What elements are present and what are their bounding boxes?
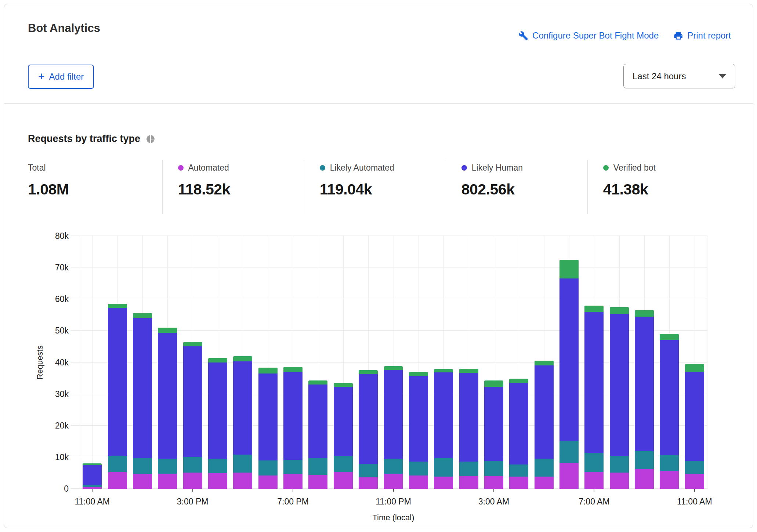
bar-segment-verified-bot[interactable] (183, 342, 202, 346)
bar-segment-automated[interactable] (635, 469, 654, 489)
bar-segment-likely-automated[interactable] (559, 441, 579, 463)
stacked-bar-3:00 AM[interactable] (484, 380, 503, 489)
bar-segment-likely-automated[interactable] (660, 455, 679, 471)
bar-segment-likely-automated[interactable] (384, 459, 403, 474)
bar-segment-verified-bot[interactable] (158, 328, 177, 333)
bar-segment-automated[interactable] (535, 477, 554, 489)
time-range-select[interactable]: Last 24 hours (623, 64, 735, 88)
bar-segment-automated[interactable] (660, 471, 679, 489)
bar-segment-likely-human[interactable] (133, 318, 152, 458)
bar-segment-likely-automated[interactable] (158, 459, 177, 473)
bar-segment-likely-human[interactable] (334, 387, 353, 456)
bar-segment-likely-automated[interactable] (133, 458, 152, 474)
bar-segment-likely-automated[interactable] (685, 461, 704, 474)
bar-segment-likely-human[interactable] (258, 374, 278, 460)
bar-segment-automated[interactable] (283, 474, 303, 489)
stacked-bar-4:00 AM[interactable] (509, 379, 528, 489)
bar-segment-automated[interactable] (334, 472, 353, 489)
bar-segment-verified-bot[interactable] (283, 367, 303, 372)
bar-segment-likely-automated[interactable] (409, 462, 428, 475)
bar-segment-automated[interactable] (258, 475, 278, 489)
bar-segment-verified-bot[interactable] (409, 372, 428, 376)
bar-segment-likely-automated[interactable] (233, 455, 252, 473)
bar-segment-automated[interactable] (108, 472, 127, 489)
bar-segment-likely-human[interactable] (108, 308, 127, 456)
stacked-bar-1:00 PM[interactable] (133, 313, 152, 489)
bar-segment-likely-automated[interactable] (584, 453, 604, 472)
bar-segment-verified-bot[interactable] (308, 380, 327, 384)
bar-segment-verified-bot[interactable] (635, 310, 654, 316)
bar-segment-automated[interactable] (484, 476, 503, 489)
stacked-bar-9:00 AM[interactable] (635, 310, 654, 489)
stacked-bar-12:00 AM[interactable] (409, 372, 428, 489)
bar-segment-likely-human[interactable] (208, 362, 227, 459)
bar-segment-automated[interactable] (183, 473, 202, 489)
stacked-bar-8:00 AM[interactable] (610, 307, 629, 489)
bar-segment-likely-automated[interactable] (108, 456, 127, 472)
bar-segment-likely-human[interactable] (409, 376, 428, 462)
stacked-bar-7:00 AM[interactable] (584, 306, 604, 489)
bar-segment-verified-bot[interactable] (258, 368, 278, 374)
bar-segment-likely-automated[interactable] (183, 457, 202, 473)
stacked-bar-10:00 AM[interactable] (660, 334, 679, 489)
bar-segment-verified-bot[interactable] (384, 366, 403, 370)
stacked-bar-7:00 PM[interactable] (283, 367, 303, 489)
bar-segment-likely-automated[interactable] (635, 451, 654, 469)
bar-segment-verified-bot[interactable] (509, 379, 528, 383)
bar-segment-verified-bot[interactable] (434, 369, 453, 372)
bar-segment-likely-automated[interactable] (258, 460, 278, 475)
bar-segment-likely-automated[interactable] (359, 464, 378, 477)
bar-segment-automated[interactable] (509, 477, 528, 489)
bar-segment-likely-human[interactable] (384, 370, 403, 459)
bar-segment-automated[interactable] (559, 463, 579, 489)
bar-segment-verified-bot[interactable] (685, 364, 704, 372)
bar-segment-automated[interactable] (685, 474, 704, 489)
bar-segment-likely-automated[interactable] (535, 459, 554, 477)
bar-segment-likely-human[interactable] (535, 365, 554, 459)
bar-segment-likely-automated[interactable] (434, 458, 453, 477)
bar-segment-automated[interactable] (384, 474, 403, 489)
bar-segment-likely-automated[interactable] (308, 458, 327, 475)
bar-segment-likely-human[interactable] (459, 373, 478, 462)
stacked-bar-4:00 PM[interactable] (208, 358, 227, 489)
stacked-bar-10:00 PM[interactable] (359, 370, 378, 489)
print-report-link[interactable]: Print report (673, 30, 731, 41)
bar-segment-likely-automated[interactable] (484, 461, 503, 476)
bar-segment-likely-automated[interactable] (208, 459, 227, 473)
bar-segment-automated[interactable] (133, 474, 152, 489)
bar-segment-likely-human[interactable] (83, 465, 102, 485)
bar-segment-likely-automated[interactable] (334, 456, 353, 471)
bar-segment-verified-bot[interactable] (334, 383, 353, 387)
bar-segment-likely-human[interactable] (283, 372, 303, 460)
add-filter-button[interactable]: + Add filter (28, 65, 94, 89)
bar-segment-likely-human[interactable] (308, 385, 327, 458)
bar-segment-likely-human[interactable] (559, 278, 579, 441)
stacked-bar-11:00 AM[interactable] (685, 364, 704, 489)
bar-segment-automated[interactable] (610, 473, 629, 489)
bar-segment-likely-human[interactable] (660, 340, 679, 455)
bar-segment-automated[interactable] (308, 475, 327, 489)
bar-segment-likely-human[interactable] (484, 387, 503, 461)
bar-segment-likely-human[interactable] (509, 383, 528, 464)
bar-segment-likely-human[interactable] (434, 372, 453, 458)
bar-segment-automated[interactable] (359, 477, 378, 489)
stacked-bar-2:00 AM[interactable] (459, 369, 478, 489)
bar-segment-verified-bot[interactable] (660, 334, 679, 340)
bar-segment-verified-bot[interactable] (459, 369, 478, 373)
bar-segment-likely-automated[interactable] (459, 462, 478, 476)
bar-segment-automated[interactable] (158, 474, 177, 489)
bar-segment-likely-human[interactable] (610, 314, 629, 456)
configure-super-bot-fight-mode-link[interactable]: Configure Super Bot Fight Mode (518, 30, 659, 41)
bar-segment-automated[interactable] (233, 473, 252, 489)
bar-segment-likely-automated[interactable] (509, 464, 528, 477)
bar-segment-likely-automated[interactable] (610, 456, 629, 473)
bar-segment-verified-bot[interactable] (208, 358, 227, 362)
bar-segment-verified-bot[interactable] (559, 260, 579, 279)
bar-segment-automated[interactable] (459, 476, 478, 489)
bar-segment-automated[interactable] (208, 473, 227, 489)
stacked-bar-6:00 AM[interactable] (559, 260, 579, 489)
bar-segment-likely-human[interactable] (584, 312, 604, 453)
bar-segment-verified-bot[interactable] (233, 356, 252, 361)
stacked-bar-9:00 PM[interactable] (334, 383, 353, 489)
bar-segment-verified-bot[interactable] (535, 361, 554, 365)
